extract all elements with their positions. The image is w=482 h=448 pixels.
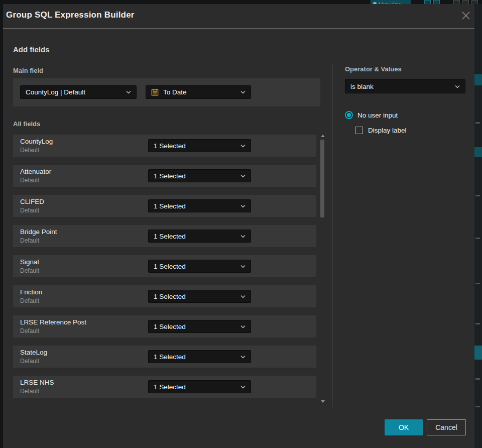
date-type-dropdown-value: To Date [163, 88, 187, 96]
field-row: CLIFED Default 1 Selected [13, 195, 316, 217]
field-variant-label: Default [20, 267, 39, 274]
close-icon[interactable] [460, 10, 472, 22]
field-selected-dropdown[interactable]: 1 Selected [148, 139, 251, 152]
scrollbar-thumb[interactable] [320, 140, 324, 217]
field-selected-dropdown[interactable]: 1 Selected [148, 169, 251, 182]
background-toolbar-button [424, 0, 431, 4]
operator-dropdown-value: is blank [350, 83, 374, 90]
field-row: Attenuator Default 1 Selected [13, 165, 316, 187]
date-type-dropdown[interactable]: To Date [146, 85, 251, 99]
scroll-down-arrow[interactable] [321, 400, 325, 403]
field-name: LRSE NHS [20, 379, 54, 386]
chevron-down-icon [240, 355, 246, 359]
chevron-down-icon [240, 204, 246, 208]
field-selected-dropdown[interactable]: 1 Selected [148, 350, 251, 363]
operator-dropdown[interactable]: is blank [345, 79, 465, 93]
chevron-down-icon [240, 174, 246, 178]
no-user-input-label: No user input [357, 111, 398, 119]
field-name: Signal [20, 258, 39, 266]
main-field-dropdown-value: CountyLog | Default [26, 88, 85, 96]
field-variant-label: Default [20, 147, 39, 154]
field-selected-value: 1 Selected [154, 353, 186, 361]
background-toolbar-button [462, 0, 469, 4]
field-name: Bridge Point [20, 228, 57, 236]
background-toolbar-button [453, 0, 460, 4]
field-selected-value: 1 Selected [154, 233, 186, 240]
vertical-divider [332, 63, 332, 407]
radio-button-icon [345, 111, 353, 119]
background-app-right-strip [474, 4, 482, 448]
display-label-checkbox[interactable]: Display label [355, 126, 407, 135]
chevron-down-icon [240, 385, 246, 389]
all-fields-label: All fields [13, 120, 40, 128]
field-selected-value: 1 Selected [154, 263, 186, 270]
field-row: Friction Default 1 Selected [13, 285, 316, 307]
field-selected-value: 1 Selected [154, 172, 186, 180]
field-selected-value: 1 Selected [154, 323, 186, 330]
chevron-down-icon [240, 235, 246, 238]
dialog-title: Group SQL Expression Builder [6, 10, 135, 20]
chevron-down-icon [240, 325, 246, 328]
chevron-down-icon [240, 144, 246, 148]
chevron-down-icon [455, 85, 460, 88]
checkbox-icon [355, 127, 363, 134]
field-name: CLIFED [20, 198, 44, 205]
main-field-dropdown[interactable]: CountyLog | Default [20, 85, 137, 99]
chevron-down-icon [240, 265, 246, 268]
field-selected-value: 1 Selected [154, 383, 186, 391]
list-scrollbar[interactable] [320, 134, 326, 404]
field-selected-dropdown[interactable]: 1 Selected [148, 290, 251, 303]
chevron-down-icon [240, 90, 246, 94]
field-row: LRSE NHS Default 1 Selected [13, 376, 316, 398]
dialog-title-bar: Group SQL Expression Builder [3, 4, 474, 28]
field-selected-dropdown[interactable]: 1 Selected [148, 380, 251, 393]
field-variant-label: Default [20, 327, 39, 334]
field-selected-dropdown[interactable]: 1 Selected [148, 320, 251, 333]
scroll-up-arrow[interactable] [321, 135, 325, 137]
field-selected-dropdown[interactable]: 1 Selected [148, 230, 251, 243]
field-variant-label: Default [20, 358, 39, 365]
field-row: Signal Default 1 Selected [13, 255, 316, 277]
field-row: CountyLog Default 1 Selected [13, 135, 316, 157]
chevron-down-icon [126, 90, 131, 94]
background-toolbar-button [471, 0, 478, 4]
field-variant-label: Default [20, 237, 39, 244]
field-variant-label: Default [20, 388, 39, 395]
background-app-top-strip: Live view [0, 0, 482, 4]
background-toolbar-button [433, 0, 440, 4]
title-separator [3, 28, 474, 29]
field-variant-label: Default [20, 177, 39, 184]
field-row: Bridge Point Default 1 Selected [13, 225, 316, 247]
field-name: CountyLog [20, 138, 53, 145]
radio-selected-dot [347, 113, 351, 117]
main-field-panel: CountyLog | Default To Date [13, 78, 320, 106]
no-user-input-radio[interactable]: No user input [345, 110, 398, 120]
live-view-toggle: Live view [371, 0, 411, 4]
field-row: LRSE Reference Post Default 1 Selected [13, 315, 316, 338]
main-field-label: Main field [13, 67, 43, 74]
field-variant-label: Default [20, 207, 39, 214]
group-sql-expression-builder-dialog: Group SQL Expression Builder Add fields … [3, 4, 474, 448]
all-fields-list: CountyLog Default 1 Selected Attenuator … [13, 135, 316, 403]
field-selected-value: 1 Selected [154, 202, 186, 210]
operator-values-label: Operator & Values [345, 65, 402, 73]
cancel-button[interactable]: Cancel [427, 419, 466, 435]
field-selected-dropdown[interactable]: 1 Selected [148, 260, 251, 273]
calendar-icon [151, 88, 159, 96]
field-selected-value: 1 Selected [154, 142, 186, 150]
chevron-down-icon [240, 295, 246, 298]
field-selected-value: 1 Selected [154, 293, 186, 300]
add-fields-heading: Add fields [13, 45, 50, 54]
field-selected-dropdown[interactable]: 1 Selected [148, 199, 251, 212]
field-name: LRSE Reference Post [20, 318, 86, 326]
display-label-text: Display label [368, 127, 407, 134]
field-name: StateLog [20, 349, 47, 356]
field-variant-label: Default [20, 297, 39, 304]
field-name: Friction [20, 288, 42, 296]
field-row: StateLog Default 1 Selected [13, 346, 316, 368]
field-name: Attenuator [20, 168, 51, 175]
ok-button[interactable]: OK [385, 419, 423, 435]
